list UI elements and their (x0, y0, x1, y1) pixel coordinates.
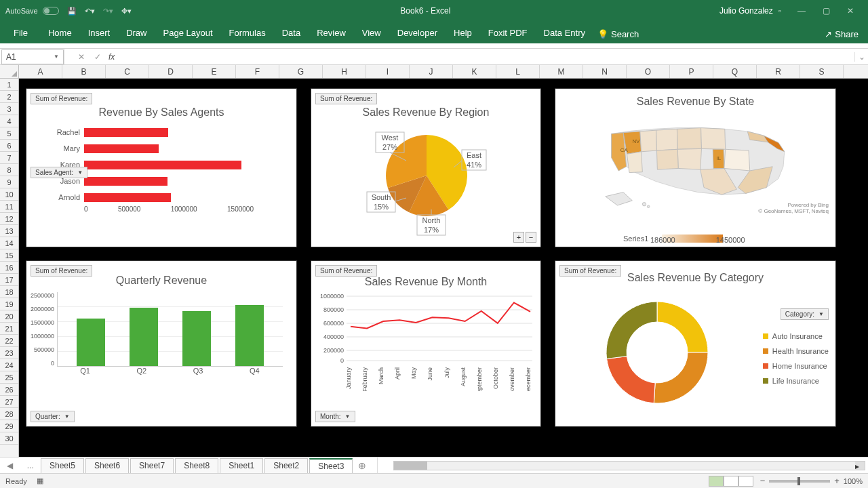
autosave-toggle[interactable]: AutoSave (5, 7, 59, 15)
tab-help[interactable]: Help (446, 24, 480, 43)
zoom-out-button[interactable]: − (760, 476, 766, 486)
row-header[interactable]: 24 (0, 359, 18, 371)
horizontal-scrollbar[interactable]: ◂▸ (393, 461, 865, 470)
chart-revenue-by-region[interactable]: Sum of Revenue: Sales Revenue By Region … (311, 88, 541, 247)
row-header[interactable]: 1 (0, 79, 18, 91)
tab-draw[interactable]: Draw (118, 24, 155, 43)
tab-pagelayout[interactable]: Page Layout (155, 24, 221, 43)
chart-revenue-by-category[interactable]: Sum of Revenue: Sales Revenue By Categor… (555, 260, 836, 427)
row-header[interactable]: 9 (0, 176, 18, 188)
tab-home[interactable]: Home (40, 24, 80, 43)
collapse-field-button[interactable]: − (526, 232, 536, 243)
sheet-tab[interactable]: Sheet7 (130, 458, 174, 473)
chart-revenue-by-agents[interactable]: Sum of Revenue: Sales Agent:▼ Revenue By… (26, 88, 297, 247)
row-header[interactable]: 20 (0, 310, 18, 323)
column-header[interactable]: I (366, 65, 410, 78)
ribbon-options-button[interactable]: ▫ (778, 6, 781, 16)
tab-file[interactable]: File (5, 24, 36, 43)
sheet-tab[interactable]: Sheet3 (309, 458, 353, 473)
name-box[interactable]: A1▼ (1, 49, 64, 64)
row-header[interactable]: 8 (0, 164, 18, 176)
row-header[interactable]: 23 (0, 347, 18, 359)
tab-review[interactable]: Review (309, 24, 354, 43)
row-header[interactable]: 7 (0, 152, 18, 164)
column-header[interactable]: F (236, 65, 279, 78)
row-header[interactable]: 10 (0, 188, 18, 201)
select-all-corner[interactable] (0, 65, 19, 78)
row-header[interactable]: 29 (0, 420, 18, 432)
chart-revenue-by-month[interactable]: Sum of Revenue: Sales Revenue By Month 1… (311, 260, 541, 427)
row-header[interactable]: 28 (0, 408, 18, 420)
column-header[interactable]: B (62, 65, 106, 78)
column-header[interactable]: H (323, 65, 366, 78)
expand-formula-bar[interactable]: ⌄ (854, 52, 868, 62)
column-header[interactable]: N (583, 65, 627, 78)
sheet-tab[interactable]: Sheet2 (264, 458, 308, 473)
column-header[interactable]: E (193, 65, 236, 78)
chart-quarterly-revenue[interactable]: Sum of Revenue: Quarterly Revenue 250000… (26, 260, 297, 427)
slicer-sales-agent[interactable]: Sales Agent:▼ (31, 167, 87, 178)
fx-icon[interactable]: fx (106, 52, 117, 62)
row-header[interactable]: 25 (0, 371, 18, 384)
share-button[interactable]: ↗Share (821, 25, 863, 43)
row-header[interactable]: 15 (0, 249, 18, 262)
column-header[interactable]: S (800, 65, 844, 78)
prev-sheet-button[interactable]: ◀ (7, 461, 13, 470)
zoom-in-button[interactable]: + (834, 476, 840, 486)
row-header[interactable]: 2 (0, 91, 18, 103)
row-header[interactable]: 5 (0, 127, 18, 140)
row-header[interactable]: 13 (0, 225, 18, 237)
column-header[interactable]: L (496, 65, 540, 78)
column-header[interactable]: M (540, 65, 583, 78)
row-header[interactable]: 11 (0, 201, 18, 213)
row-header[interactable]: 17 (0, 274, 18, 286)
sheet-tab[interactable]: Sheet1 (220, 458, 263, 473)
close-button[interactable]: ✕ (838, 6, 863, 16)
worksheet-grid[interactable]: ABCDEFGHIJKLMNOPQRS 12345678910111213141… (0, 65, 868, 457)
chart-revenue-by-state-map[interactable]: Sales Revenue By State (555, 88, 836, 247)
maximize-button[interactable]: ▢ (814, 6, 838, 16)
expand-field-button[interactable]: + (513, 232, 524, 243)
column-header[interactable]: R (757, 65, 800, 78)
minimize-button[interactable]: ― (789, 6, 814, 16)
undo-button[interactable]: ↶▾ (85, 7, 95, 16)
column-header[interactable]: P (670, 65, 713, 78)
row-header[interactable]: 6 (0, 140, 18, 152)
column-header[interactable]: K (453, 65, 496, 78)
touch-mouse-button[interactable]: ✥▾ (121, 7, 132, 16)
save-button[interactable]: 💾 (67, 7, 77, 16)
view-normal-button[interactable] (709, 476, 724, 487)
view-pagelayout-button[interactable] (724, 476, 738, 487)
tab-data[interactable]: Data (274, 24, 309, 43)
slicer-quarter[interactable]: Quarter:▼ (31, 411, 75, 422)
macro-record-icon[interactable]: ▦ (37, 476, 43, 485)
slicer-category[interactable]: Category:▼ (781, 308, 829, 320)
column-header[interactable]: G (279, 65, 323, 78)
row-header[interactable]: 26 (0, 384, 18, 396)
row-header[interactable]: 22 (0, 335, 18, 347)
row-header[interactable]: 16 (0, 262, 18, 274)
tab-foxit[interactable]: Foxit PDF (480, 24, 536, 43)
tab-formulas[interactable]: Formulas (221, 24, 274, 43)
view-pagebreak-button[interactable] (738, 476, 753, 487)
row-header[interactable]: 19 (0, 298, 18, 310)
tab-view[interactable]: View (354, 24, 389, 43)
column-header[interactable]: J (410, 65, 453, 78)
tab-developer[interactable]: Developer (389, 24, 446, 43)
cancel-formula-icon[interactable]: ✕ (73, 52, 90, 62)
enter-formula-icon[interactable]: ✓ (90, 52, 106, 62)
column-header[interactable]: Q (713, 65, 757, 78)
row-header[interactable]: 12 (0, 213, 18, 225)
sheet-overflow-button[interactable]: ... (27, 461, 34, 470)
column-header[interactable]: O (627, 65, 670, 78)
sheet-tab[interactable]: Sheet8 (175, 458, 218, 473)
row-header[interactable]: 14 (0, 237, 18, 249)
row-header[interactable]: 18 (0, 286, 18, 298)
user-name[interactable]: Julio Gonzalez (719, 6, 773, 16)
row-header[interactable]: 30 (0, 432, 18, 445)
sheet-tab[interactable]: Sheet5 (41, 458, 84, 473)
new-sheet-button[interactable]: ⊕ (354, 460, 370, 471)
zoom-slider[interactable] (769, 480, 830, 483)
row-header[interactable]: 27 (0, 396, 18, 408)
row-header[interactable]: 21 (0, 323, 18, 335)
